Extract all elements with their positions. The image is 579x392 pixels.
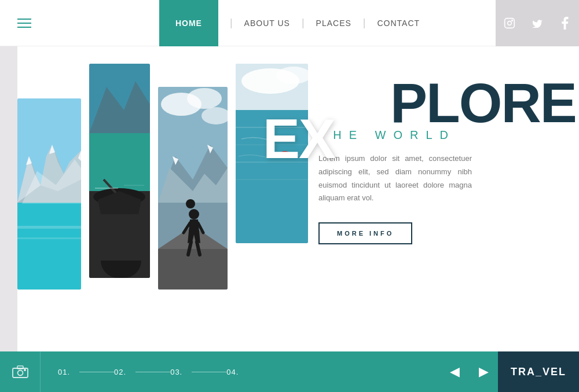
twitter-icon[interactable]: [523, 0, 551, 46]
slide-numbers: 01. 02. 03. 04.: [41, 368, 440, 376]
svg-rect-12: [17, 226, 81, 229]
nav-home[interactable]: HOME: [159, 0, 218, 46]
slide-line-1: [79, 372, 114, 372]
svg-point-51: [24, 369, 25, 371]
slide-4[interactable]: 04.: [226, 368, 239, 376]
explore-plore: PLORE: [390, 75, 576, 131]
photos-area: [17, 64, 308, 313]
slide-line-3: [192, 372, 226, 372]
svg-rect-50: [17, 366, 23, 369]
svg-rect-0: [505, 18, 515, 28]
facebook-icon[interactable]: [551, 0, 579, 46]
nav-area: HOME | ABOUT US | PLACES | CONTACT: [159, 0, 420, 46]
slide-line-2: [135, 372, 170, 372]
svg-point-2: [512, 20, 513, 21]
brand-tag: TRA_VEL: [498, 351, 579, 392]
slide-2[interactable]: 02.: [114, 368, 170, 376]
nav-sep-3: |: [363, 17, 366, 29]
svg-point-49: [17, 371, 23, 376]
next-arrow[interactable]: ▶: [469, 351, 498, 392]
more-info-button[interactable]: MORE INFO: [318, 222, 412, 244]
main-content: EX EX PLORE THE WORLD Lorem ipsum dolor …: [0, 46, 579, 351]
slide-1[interactable]: 01.: [58, 368, 114, 376]
slide-2-num: 02.: [114, 368, 126, 376]
instagram-icon[interactable]: [496, 0, 523, 46]
slide-3-num: 03.: [170, 368, 182, 376]
camera-icon-wrap[interactable]: [0, 351, 41, 392]
explore-title: EX PLORE: [318, 75, 567, 131]
explore-ex-overlay: EX: [263, 111, 335, 167]
left-strip: [0, 46, 17, 351]
explore-container: EX PLORE THE WORLD Lorem ipsum dolor sit…: [318, 75, 567, 244]
hamburger-menu[interactable]: [17, 19, 31, 28]
nav-contact[interactable]: CONTACT: [378, 19, 420, 28]
svg-rect-13: [17, 237, 81, 239]
nav-sep-2: |: [302, 17, 305, 29]
svg-rect-16: [89, 133, 150, 191]
nav-sep-1: |: [230, 17, 233, 29]
photo-boat: [89, 64, 150, 278]
nav-places[interactable]: PLACES: [316, 19, 351, 28]
svg-point-33: [189, 209, 199, 219]
bottom-bar: 01. 02. 03. 04. ◀ ▶ TRA_VEL: [0, 351, 579, 392]
svg-rect-31: [158, 249, 228, 290]
photo-person: [158, 87, 228, 290]
nav-about[interactable]: ABOUT US: [244, 19, 290, 28]
svg-point-1: [508, 21, 512, 25]
prev-arrow[interactable]: ◀: [440, 351, 469, 392]
svg-rect-11: [17, 214, 81, 290]
header: HOME | ABOUT US | PLACES | CONTACT: [0, 0, 579, 46]
svg-point-25: [187, 88, 222, 109]
slide-4-num: 04.: [226, 368, 239, 376]
camera-icon: [12, 365, 28, 378]
photo-mountain: [17, 98, 81, 290]
slide-1-num: 01.: [58, 368, 70, 376]
nav-arrows: ◀ ▶: [440, 351, 498, 392]
description: Lorem ipsum dolor sit amet, consectetuer…: [318, 152, 472, 205]
social-icons: [496, 0, 579, 46]
slide-3[interactable]: 03.: [170, 368, 226, 376]
